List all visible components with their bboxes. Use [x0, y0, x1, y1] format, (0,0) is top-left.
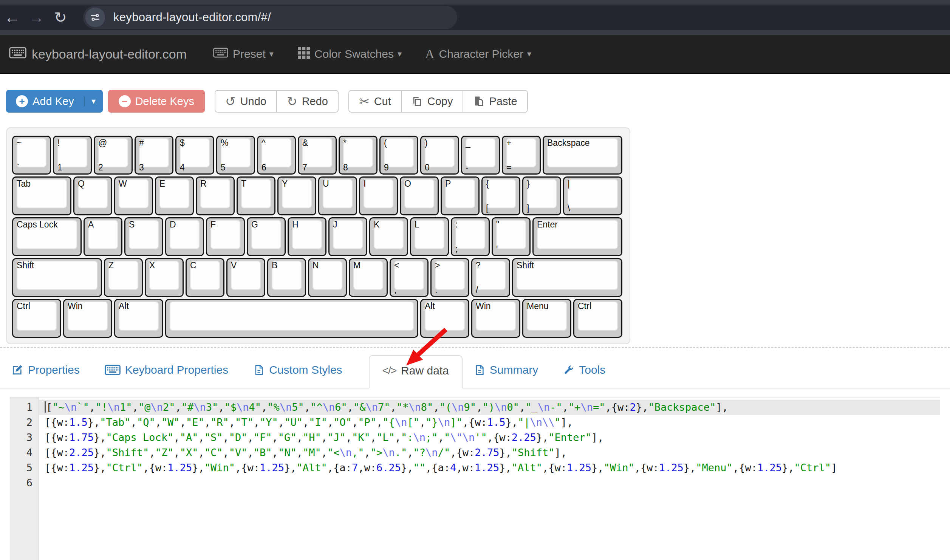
- key-label: #: [139, 138, 144, 148]
- key-"[interactable]: "': [492, 217, 531, 256]
- clipboard-group: ✂ Cut Copy Paste: [348, 90, 528, 113]
- key-b[interactable]: B: [267, 258, 306, 297]
- tab-tools[interactable]: Tools: [563, 364, 605, 388]
- key-label: U: [323, 179, 329, 189]
- cut-button[interactable]: ✂ Cut: [349, 91, 401, 112]
- key-<[interactable]: <,: [390, 258, 429, 297]
- chevron-down-icon: ▾: [269, 49, 274, 59]
- key-#[interactable]: #3: [135, 136, 173, 175]
- wrench-icon: [563, 364, 574, 376]
- forward-icon[interactable]: →: [24, 9, 48, 25]
- key->[interactable]: >.: [430, 258, 469, 297]
- url-bar[interactable]: keyboard-layout-editor.com/#/: [83, 6, 457, 29]
- key-n[interactable]: N: [308, 258, 347, 297]
- key-backspace[interactable]: Backspace: [543, 136, 622, 175]
- key-label: %: [221, 138, 228, 148]
- brand[interactable]: keyboard-layout-editor.com: [9, 47, 187, 62]
- key-?[interactable]: ?/: [471, 258, 510, 297]
- key-q[interactable]: Q: [73, 176, 112, 215]
- key-:[interactable]: :;: [451, 217, 490, 256]
- key-c[interactable]: C: [186, 258, 224, 297]
- key-{[interactable]: {[: [481, 176, 520, 215]
- key-}[interactable]: }]: [522, 176, 561, 215]
- key-u[interactable]: U: [318, 176, 357, 215]
- key-_[interactable]: _-: [461, 136, 500, 175]
- reload-icon[interactable]: ↻: [48, 10, 73, 25]
- tab-properties[interactable]: Properties: [11, 364, 80, 388]
- raw-data-editor[interactable]: 123456 ["~\n`","!\n1","@\n2","#\n3","$\n…: [10, 397, 940, 560]
- key-shift[interactable]: Shift: [12, 258, 102, 297]
- key-win[interactable]: Win: [471, 299, 520, 338]
- key-caps-lock[interactable]: Caps Lock: [12, 217, 82, 256]
- code-area[interactable]: ["~\n`","!\n1","@\n2","#\n3","$\n4","%\n…: [39, 398, 940, 560]
- key-*[interactable]: *8: [339, 136, 378, 175]
- key-j[interactable]: J: [328, 217, 367, 256]
- key-g[interactable]: G: [247, 217, 286, 256]
- key-$[interactable]: $4: [175, 136, 214, 175]
- key-menu[interactable]: Menu: [522, 299, 571, 338]
- key-m[interactable]: M: [349, 258, 388, 297]
- tab-raw-data[interactable]: </>Raw data: [369, 355, 463, 388]
- key-~[interactable]: ~`: [12, 136, 51, 175]
- key-enter[interactable]: Enter: [532, 217, 622, 256]
- key-+[interactable]: +=: [502, 136, 541, 175]
- delete-keys-button[interactable]: − Delete Keys: [108, 90, 205, 113]
- key-v[interactable]: V: [226, 258, 265, 297]
- tab-keyboard-properties[interactable]: Keyboard Properties: [105, 364, 229, 388]
- browser-chrome: ← → ↻ keyboard-layout-editor.com/#/: [0, 0, 950, 35]
- url-text[interactable]: keyboard-layout-editor.com/#/: [113, 11, 271, 24]
- key-label: Enter: [537, 220, 558, 230]
- key-space[interactable]: [165, 299, 418, 338]
- key-label: N: [313, 260, 319, 271]
- key-([interactable]: (9: [379, 136, 418, 175]
- scissors-icon: ✂: [359, 95, 370, 108]
- key-w[interactable]: W: [114, 176, 153, 215]
- key-alt[interactable]: Alt: [114, 299, 163, 338]
- key-f[interactable]: F: [206, 217, 245, 256]
- add-key-dropdown[interactable]: ▾: [84, 96, 103, 106]
- site-settings-icon[interactable]: [85, 8, 105, 27]
- tab-custom-styles[interactable]: Custom Styles: [253, 364, 342, 388]
- key-ctrl[interactable]: Ctrl: [12, 299, 61, 338]
- tab-summary[interactable]: Summary: [474, 364, 538, 388]
- key-%[interactable]: %5: [216, 136, 255, 175]
- key-d[interactable]: D: [165, 217, 204, 256]
- key-shift[interactable]: Shift: [512, 258, 622, 297]
- menu-color-swatches[interactable]: Color Swatches ▾: [298, 47, 402, 62]
- key-alt[interactable]: Alt: [420, 299, 469, 338]
- key-l[interactable]: L: [410, 217, 449, 256]
- back-icon[interactable]: ←: [0, 9, 24, 25]
- key-e[interactable]: E: [155, 176, 194, 215]
- key-x[interactable]: X: [145, 258, 184, 297]
- key-)[interactable]: )0: [420, 136, 459, 175]
- key-tab[interactable]: Tab: [12, 176, 71, 215]
- add-key-split-button: + Add Key ▾: [6, 90, 103, 113]
- key-win[interactable]: Win: [63, 299, 112, 338]
- key-^[interactable]: ^6: [257, 136, 296, 175]
- key-ctrl[interactable]: Ctrl: [573, 299, 622, 338]
- key-a[interactable]: A: [84, 217, 122, 256]
- undo-button[interactable]: ↺ Undo: [215, 91, 276, 112]
- key-k[interactable]: K: [369, 217, 408, 256]
- menu-character-picker[interactable]: A Character Picker ▾: [425, 47, 531, 61]
- key-&[interactable]: &7: [298, 136, 337, 175]
- add-key-button[interactable]: + Add Key: [6, 95, 84, 108]
- menu-preset[interactable]: Preset ▾: [213, 48, 274, 60]
- key-o[interactable]: O: [400, 176, 439, 215]
- key-i[interactable]: I: [359, 176, 398, 215]
- undo-redo-group: ↺ Undo ↻ Redo: [215, 90, 339, 113]
- paste-button[interactable]: Paste: [463, 91, 527, 112]
- redo-button[interactable]: ↻ Redo: [276, 91, 338, 112]
- key-r[interactable]: R: [196, 176, 235, 215]
- text-cursor: [45, 401, 46, 413]
- key-![interactable]: !1: [53, 136, 92, 175]
- key-t[interactable]: T: [237, 176, 275, 215]
- key-p[interactable]: P: [441, 176, 480, 215]
- key-@[interactable]: @2: [94, 136, 133, 175]
- key-|[interactable]: |\: [563, 176, 622, 215]
- key-h[interactable]: H: [288, 217, 326, 256]
- key-z[interactable]: Z: [104, 258, 143, 297]
- copy-button[interactable]: Copy: [401, 91, 463, 112]
- key-y[interactable]: Y: [277, 176, 316, 215]
- key-s[interactable]: S: [124, 217, 163, 256]
